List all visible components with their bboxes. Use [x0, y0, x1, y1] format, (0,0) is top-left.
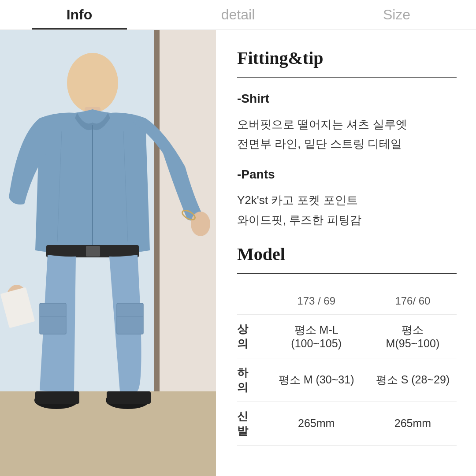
fitting-tip-title: Fitting&tip	[237, 48, 457, 68]
svg-rect-11	[86, 246, 100, 257]
svg-point-4	[67, 53, 118, 113]
model-val2-shoes: 265mm	[369, 402, 457, 445]
pants-desc-line1: Y2k'st 카고 포켓 포인트	[237, 193, 358, 207]
model-val2-bottom: 평소 S (28~29)	[369, 358, 457, 402]
tab-info[interactable]: Info	[0, 0, 159, 30]
model-row-top: 상의 평소 M-L (100~105) 평소 M(95~100)	[237, 314, 457, 358]
model-divider	[237, 273, 457, 274]
tab-detail-label: detail	[221, 7, 255, 23]
model-category-top: 상의	[237, 314, 264, 358]
model-row-bottom: 하의 평소 M (30~31) 평소 S (28~29)	[237, 358, 457, 402]
model-category-bottom: 하의	[237, 358, 264, 402]
model-val1-shoes: 265mm	[264, 402, 369, 445]
svg-rect-3	[154, 30, 160, 391]
model-category-shoes: 신발	[237, 402, 264, 445]
shirt-label: -Shirt	[237, 92, 457, 106]
tab-bar: Info detail Size	[0, 0, 476, 30]
tab-size[interactable]: Size	[317, 0, 476, 30]
model-val1-bottom: 평소 M (30~31)	[264, 358, 369, 402]
model-col-empty	[237, 288, 264, 315]
model-table: 173 / 69 176/ 60 상의 평소 M-L (100~105) 평소 …	[237, 288, 457, 446]
shirt-description: 오버핏으로 떨어지는 셔츠 실루엣 전면부 라인, 밑단 스트링 디테일	[237, 115, 457, 153]
fitting-divider	[237, 77, 457, 78]
fitting-tip-section: Fitting&tip -Shirt 오버핏으로 떨어지는 셔츠 실루엣 전면부…	[237, 48, 457, 230]
info-section: Fitting&tip -Shirt 오버핏으로 떨어지는 셔츠 실루엣 전면부…	[216, 30, 476, 476]
model-col1-header: 173 / 69	[264, 288, 369, 315]
main-content: Fitting&tip -Shirt 오버핏으로 떨어지는 셔츠 실루엣 전면부…	[0, 30, 476, 476]
model-val2-top: 평소 M(95~100)	[369, 314, 457, 358]
pants-label: -Pants	[237, 167, 457, 182]
pants-desc-line2: 와이드핏, 루즈한 피팅감	[237, 213, 361, 227]
svg-rect-1	[0, 391, 216, 476]
svg-rect-19	[107, 391, 151, 404]
shirt-desc-line2: 전면부 라인, 밑단 스트링 디테일	[237, 137, 402, 150]
model-title: Model	[237, 244, 457, 264]
model-section: Model 173 / 69 176/ 60 상의 평소 M-L (100~10…	[237, 244, 457, 446]
tab-size-label: Size	[383, 7, 410, 23]
pants-description: Y2k'st 카고 포켓 포인트 와이드핏, 루즈한 피팅감	[237, 190, 457, 229]
model-header-row: 173 / 69 176/ 60	[237, 288, 457, 315]
svg-rect-17	[35, 391, 79, 404]
model-val1-top: 평소 M-L (100~105)	[264, 314, 369, 358]
model-row-shoes: 신발 265mm 265mm	[237, 402, 457, 445]
model-col2-header: 176/ 60	[369, 288, 457, 315]
tab-detail[interactable]: detail	[159, 0, 317, 30]
photo-section	[0, 30, 216, 476]
svg-rect-12	[117, 303, 143, 334]
shirt-desc-line1: 오버핏으로 떨어지는 셔츠 실루엣	[237, 118, 407, 131]
tab-info-label: Info	[67, 7, 93, 23]
svg-rect-14	[40, 303, 66, 334]
